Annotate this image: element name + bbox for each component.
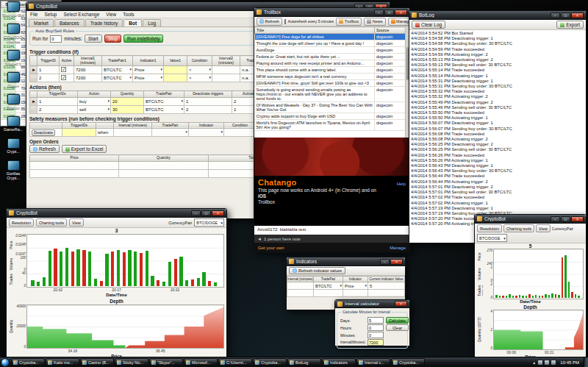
clock[interactable]: 10:45 PM [558, 360, 581, 365]
menu-item[interactable]: Select Exchange [63, 12, 99, 17]
close-button[interactable]: × [571, 216, 584, 222]
feed-row[interactable]: Of Wolves and Weasels - Day 37 - Doing T… [255, 102, 409, 113]
taskbar-button[interactable]: Interval c... [356, 358, 390, 366]
action-dropdown[interactable]: sell [78, 105, 111, 113]
run-indefinitely-button[interactable]: Run indefinitely [123, 35, 163, 43]
tab-balances[interactable]: Balances [54, 19, 85, 26]
refresh-button[interactable]: Refresh [257, 18, 282, 26]
chatango-logo[interactable]: Chatango [258, 178, 296, 187]
active-checkbox[interactable] [61, 75, 66, 80]
feed-row[interactable]: Thought the cute doge will cheer you up … [255, 40, 409, 47]
titlebar[interactable]: Indicators − × [287, 257, 405, 266]
tab-market[interactable]: Market [29, 19, 54, 26]
tab-log[interactable]: Log [143, 19, 161, 26]
titlebar[interactable]: CryptoBot − □ × [475, 215, 586, 224]
menu-item[interactable]: Tools [123, 12, 134, 17]
tradepair1-dropdown[interactable]: BTC/LTC [102, 74, 133, 82]
clear-button[interactable]: Clear [386, 324, 409, 331]
condition-dropdown[interactable]: > [187, 74, 212, 82]
indicator-row[interactable]: BTC/LTC Price 5 [287, 282, 405, 290]
minimize-button[interactable]: − [551, 13, 560, 18]
minimize-button[interactable]: − [374, 10, 384, 15]
taskbar-button[interactable]: Microsof... [184, 358, 218, 366]
days-input[interactable] [368, 317, 384, 324]
depth-plot[interactable] [493, 310, 584, 350]
currency-pair-select[interactable]: BTC/DOGE [194, 218, 224, 227]
tab-trade-history[interactable]: Trade history [85, 19, 123, 26]
close-button[interactable]: × [212, 210, 224, 216]
taskbar-button[interactable]: Cryptoba... [391, 358, 425, 366]
close-button[interactable]: × [390, 259, 403, 265]
desktop-icon[interactable]: Cortex [0, 72, 26, 88]
safety-tradepair-dropdown[interactable] [152, 129, 189, 137]
clear-log-button[interactable]: Clear Log [412, 21, 445, 29]
desktop-icon[interactable]: Shared 1 [0, 50, 26, 65]
taskbar-button[interactable]: Indicators [322, 358, 356, 366]
maximize-button[interactable]: □ [384, 10, 394, 15]
view-menu[interactable]: View [69, 218, 84, 227]
feed-row[interactable]: This place should come with a warning la… [255, 67, 409, 74]
taskbar-button[interactable]: Katie me... [46, 358, 79, 366]
charting-tools-menu[interactable]: Charting tools [36, 218, 67, 227]
autorefresh-checkbox[interactable] [284, 19, 286, 24]
feed-row[interactable]: MFW someone says dogecoin isn't a real c… [255, 74, 409, 80]
manage-link[interactable]: Manage [390, 246, 406, 250]
charting-tools-menu[interactable]: Charting tools [503, 224, 534, 232]
minutes-input[interactable] [368, 332, 384, 338]
titlebar[interactable]: BotLog − □ × [409, 11, 586, 20]
close-button[interactable]: × [395, 301, 407, 307]
taskbar-button[interactable]: Cryptoba... [11, 358, 45, 366]
feed-row[interactable]: AuroDoge dogecoin [255, 47, 409, 54]
close-button[interactable]: × [571, 13, 584, 18]
menu-item[interactable]: Setup [44, 12, 57, 17]
value1-cell[interactable] [164, 74, 187, 82]
get-your-own-link[interactable]: Get your own [258, 246, 284, 250]
orders-refresh-button[interactable]: Refresh [29, 145, 60, 153]
calculate-button[interactable]: Calculate [386, 317, 409, 324]
tradepair-dropdown[interactable]: BTC/LTC [314, 282, 343, 290]
maximize-button[interactable]: □ [561, 216, 570, 222]
indicator-dropdown[interactable]: Price [343, 282, 368, 290]
indicator1-dropdown[interactable]: Price [133, 66, 164, 74]
safety-indicator-dropdown[interactable] [189, 129, 224, 137]
feed-row[interactable]: Somebody is going around sending emails … [255, 87, 409, 102]
minimize-button[interactable]: − [551, 216, 560, 222]
log-list[interactable]: 4/4/2014 5:54:52 PM Bot Started4/4/2014 … [409, 30, 586, 243]
action-dropdown[interactable]: buy [78, 97, 111, 105]
network-icon[interactable] [538, 360, 542, 365]
action-center-icon[interactable] [551, 360, 556, 365]
taskbar-button[interactable]: BotLog [287, 358, 321, 366]
indicator1-dropdown[interactable]: Price [133, 74, 164, 82]
taskbar-button[interactable]: "Skype"... [149, 358, 183, 366]
taskbar-button[interactable]: Casino (B... [80, 358, 114, 366]
desktop-icon[interactable]: Recycle Bin [0, 1, 26, 17]
run-minutes-input[interactable] [50, 35, 62, 43]
stop-button[interactable]: Stop [104, 35, 121, 43]
tradepair-dropdown[interactable]: BTC/LTC [144, 97, 184, 105]
manage-rss-button[interactable]: Manage Rss feeds [388, 18, 409, 26]
feed-row[interactable]: [GIVEAWAY!] Free doge for all shibes dog… [255, 34, 409, 40]
feed-row[interactable]: [GIVEAWAY!] First time, guys! Still get … [255, 80, 409, 87]
view-menu[interactable]: View [536, 224, 551, 232]
maximize-button[interactable]: □ [201, 210, 211, 216]
condition-dropdown[interactable]: < [187, 66, 212, 74]
news-tab-button[interactable]: News [364, 18, 385, 26]
advertisement-image[interactable] [254, 138, 409, 176]
menu-item[interactable]: View [106, 12, 116, 17]
active-checkbox[interactable] [61, 67, 66, 72]
maximize-button[interactable]: □ [561, 13, 570, 18]
currency-pair-select[interactable]: BTC/DOGE [477, 234, 507, 242]
volume-icon[interactable] [545, 360, 549, 365]
hours-input[interactable] [368, 324, 384, 331]
arrow-icon[interactable]: ◄ [257, 237, 262, 241]
feed-row[interactable]: World's first Dogecoin ATM launches in T… [255, 120, 409, 131]
desktop-icon[interactable]: COMODO Internet [0, 24, 26, 43]
titlebar[interactable]: Interval calculator × [335, 300, 409, 308]
help-link[interactable]: Help [397, 182, 406, 186]
feed-row[interactable]: Playing around with my new receipt print… [255, 60, 409, 67]
trollbox-tab-button[interactable]: Trollbox [336, 18, 362, 26]
menu-item[interactable]: File [30, 12, 37, 17]
desktop-icon[interactable]: GameRa... [0, 116, 26, 132]
price-volume-plot[interactable] [493, 249, 584, 299]
taskbar-button[interactable]: C:\Users\... [218, 358, 252, 366]
